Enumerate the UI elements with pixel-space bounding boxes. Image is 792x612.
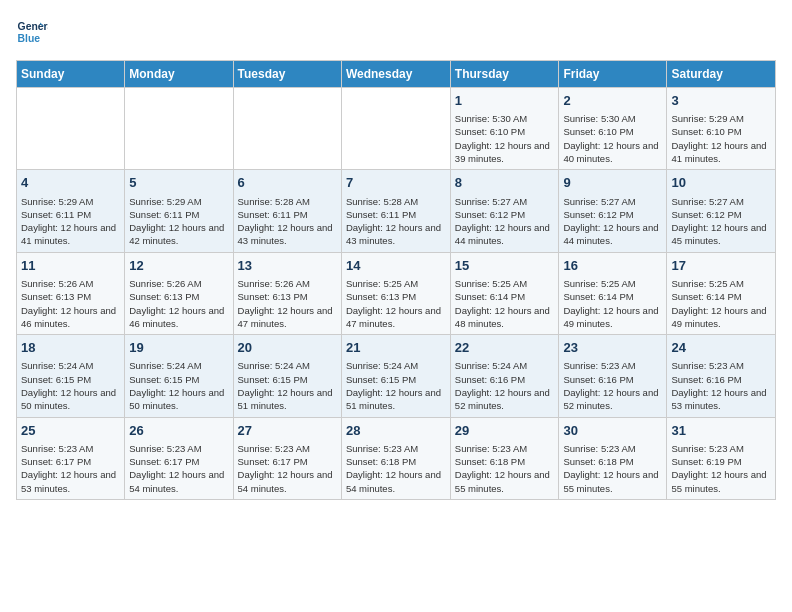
day-info: Sunrise: 5:24 AM Sunset: 6:15 PM Dayligh… <box>21 359 120 412</box>
day-info: Sunrise: 5:27 AM Sunset: 6:12 PM Dayligh… <box>455 195 555 248</box>
day-info: Sunrise: 5:28 AM Sunset: 6:11 PM Dayligh… <box>238 195 337 248</box>
day-info: Sunrise: 5:23 AM Sunset: 6:17 PM Dayligh… <box>21 442 120 495</box>
day-info: Sunrise: 5:23 AM Sunset: 6:18 PM Dayligh… <box>455 442 555 495</box>
calendar-cell: 17Sunrise: 5:25 AM Sunset: 6:14 PM Dayli… <box>667 252 776 334</box>
weekday-header-cell: Wednesday <box>341 61 450 88</box>
calendar-cell: 10Sunrise: 5:27 AM Sunset: 6:12 PM Dayli… <box>667 170 776 252</box>
calendar-week-row: 18Sunrise: 5:24 AM Sunset: 6:15 PM Dayli… <box>17 335 776 417</box>
calendar-cell: 7Sunrise: 5:28 AM Sunset: 6:11 PM Daylig… <box>341 170 450 252</box>
day-number: 25 <box>21 422 120 440</box>
day-info: Sunrise: 5:29 AM Sunset: 6:11 PM Dayligh… <box>21 195 120 248</box>
calendar-week-row: 1Sunrise: 5:30 AM Sunset: 6:10 PM Daylig… <box>17 88 776 170</box>
calendar-cell: 11Sunrise: 5:26 AM Sunset: 6:13 PM Dayli… <box>17 252 125 334</box>
day-info: Sunrise: 5:23 AM Sunset: 6:16 PM Dayligh… <box>563 359 662 412</box>
calendar-cell: 16Sunrise: 5:25 AM Sunset: 6:14 PM Dayli… <box>559 252 667 334</box>
weekday-header-cell: Tuesday <box>233 61 341 88</box>
day-number: 4 <box>21 174 120 192</box>
day-number: 29 <box>455 422 555 440</box>
day-info: Sunrise: 5:24 AM Sunset: 6:15 PM Dayligh… <box>129 359 228 412</box>
day-number: 23 <box>563 339 662 357</box>
calendar-cell: 21Sunrise: 5:24 AM Sunset: 6:15 PM Dayli… <box>341 335 450 417</box>
calendar-cell: 1Sunrise: 5:30 AM Sunset: 6:10 PM Daylig… <box>450 88 559 170</box>
day-number: 18 <box>21 339 120 357</box>
day-number: 21 <box>346 339 446 357</box>
svg-text:General: General <box>18 21 48 32</box>
weekday-header-cell: Saturday <box>667 61 776 88</box>
calendar-cell: 31Sunrise: 5:23 AM Sunset: 6:19 PM Dayli… <box>667 417 776 499</box>
day-number: 1 <box>455 92 555 110</box>
calendar-body: 1Sunrise: 5:30 AM Sunset: 6:10 PM Daylig… <box>17 88 776 500</box>
day-number: 7 <box>346 174 446 192</box>
calendar-table: SundayMondayTuesdayWednesdayThursdayFrid… <box>16 60 776 500</box>
day-info: Sunrise: 5:23 AM Sunset: 6:17 PM Dayligh… <box>238 442 337 495</box>
day-info: Sunrise: 5:27 AM Sunset: 6:12 PM Dayligh… <box>563 195 662 248</box>
calendar-cell: 5Sunrise: 5:29 AM Sunset: 6:11 PM Daylig… <box>125 170 233 252</box>
day-number: 22 <box>455 339 555 357</box>
day-number: 20 <box>238 339 337 357</box>
logo-icon: General Blue <box>16 16 48 48</box>
day-info: Sunrise: 5:28 AM Sunset: 6:11 PM Dayligh… <box>346 195 446 248</box>
day-number: 28 <box>346 422 446 440</box>
calendar-cell: 27Sunrise: 5:23 AM Sunset: 6:17 PM Dayli… <box>233 417 341 499</box>
calendar-cell: 29Sunrise: 5:23 AM Sunset: 6:18 PM Dayli… <box>450 417 559 499</box>
calendar-cell: 12Sunrise: 5:26 AM Sunset: 6:13 PM Dayli… <box>125 252 233 334</box>
weekday-header-cell: Friday <box>559 61 667 88</box>
day-number: 9 <box>563 174 662 192</box>
day-number: 2 <box>563 92 662 110</box>
day-number: 12 <box>129 257 228 275</box>
day-info: Sunrise: 5:23 AM Sunset: 6:17 PM Dayligh… <box>129 442 228 495</box>
day-number: 26 <box>129 422 228 440</box>
calendar-cell: 30Sunrise: 5:23 AM Sunset: 6:18 PM Dayli… <box>559 417 667 499</box>
logo: General Blue <box>16 16 48 48</box>
day-info: Sunrise: 5:23 AM Sunset: 6:18 PM Dayligh… <box>563 442 662 495</box>
day-info: Sunrise: 5:24 AM Sunset: 6:15 PM Dayligh… <box>238 359 337 412</box>
day-number: 17 <box>671 257 771 275</box>
day-info: Sunrise: 5:26 AM Sunset: 6:13 PM Dayligh… <box>238 277 337 330</box>
calendar-cell: 2Sunrise: 5:30 AM Sunset: 6:10 PM Daylig… <box>559 88 667 170</box>
day-number: 24 <box>671 339 771 357</box>
day-number: 8 <box>455 174 555 192</box>
day-info: Sunrise: 5:27 AM Sunset: 6:12 PM Dayligh… <box>671 195 771 248</box>
day-info: Sunrise: 5:25 AM Sunset: 6:14 PM Dayligh… <box>455 277 555 330</box>
calendar-cell: 13Sunrise: 5:26 AM Sunset: 6:13 PM Dayli… <box>233 252 341 334</box>
day-number: 15 <box>455 257 555 275</box>
weekday-header-cell: Thursday <box>450 61 559 88</box>
calendar-cell: 22Sunrise: 5:24 AM Sunset: 6:16 PM Dayli… <box>450 335 559 417</box>
calendar-cell: 8Sunrise: 5:27 AM Sunset: 6:12 PM Daylig… <box>450 170 559 252</box>
day-info: Sunrise: 5:29 AM Sunset: 6:11 PM Dayligh… <box>129 195 228 248</box>
day-number: 30 <box>563 422 662 440</box>
day-info: Sunrise: 5:24 AM Sunset: 6:16 PM Dayligh… <box>455 359 555 412</box>
calendar-cell: 28Sunrise: 5:23 AM Sunset: 6:18 PM Dayli… <box>341 417 450 499</box>
calendar-cell: 24Sunrise: 5:23 AM Sunset: 6:16 PM Dayli… <box>667 335 776 417</box>
calendar-cell <box>17 88 125 170</box>
calendar-cell <box>341 88 450 170</box>
day-number: 6 <box>238 174 337 192</box>
day-number: 10 <box>671 174 771 192</box>
calendar-cell: 6Sunrise: 5:28 AM Sunset: 6:11 PM Daylig… <box>233 170 341 252</box>
svg-text:Blue: Blue <box>18 33 41 44</box>
calendar-cell: 19Sunrise: 5:24 AM Sunset: 6:15 PM Dayli… <box>125 335 233 417</box>
calendar-cell: 25Sunrise: 5:23 AM Sunset: 6:17 PM Dayli… <box>17 417 125 499</box>
day-info: Sunrise: 5:25 AM Sunset: 6:14 PM Dayligh… <box>671 277 771 330</box>
day-number: 31 <box>671 422 771 440</box>
day-info: Sunrise: 5:23 AM Sunset: 6:19 PM Dayligh… <box>671 442 771 495</box>
calendar-cell <box>233 88 341 170</box>
day-info: Sunrise: 5:23 AM Sunset: 6:16 PM Dayligh… <box>671 359 771 412</box>
day-info: Sunrise: 5:26 AM Sunset: 6:13 PM Dayligh… <box>129 277 228 330</box>
calendar-cell: 14Sunrise: 5:25 AM Sunset: 6:13 PM Dayli… <box>341 252 450 334</box>
weekday-header-cell: Monday <box>125 61 233 88</box>
day-info: Sunrise: 5:29 AM Sunset: 6:10 PM Dayligh… <box>671 112 771 165</box>
day-info: Sunrise: 5:24 AM Sunset: 6:15 PM Dayligh… <box>346 359 446 412</box>
day-number: 19 <box>129 339 228 357</box>
calendar-cell <box>125 88 233 170</box>
weekday-header-cell: Sunday <box>17 61 125 88</box>
calendar-cell: 3Sunrise: 5:29 AM Sunset: 6:10 PM Daylig… <box>667 88 776 170</box>
day-number: 14 <box>346 257 446 275</box>
day-number: 11 <box>21 257 120 275</box>
calendar-cell: 15Sunrise: 5:25 AM Sunset: 6:14 PM Dayli… <box>450 252 559 334</box>
day-number: 3 <box>671 92 771 110</box>
day-number: 5 <box>129 174 228 192</box>
header: General Blue <box>16 16 776 48</box>
calendar-cell: 23Sunrise: 5:23 AM Sunset: 6:16 PM Dayli… <box>559 335 667 417</box>
day-info: Sunrise: 5:30 AM Sunset: 6:10 PM Dayligh… <box>455 112 555 165</box>
